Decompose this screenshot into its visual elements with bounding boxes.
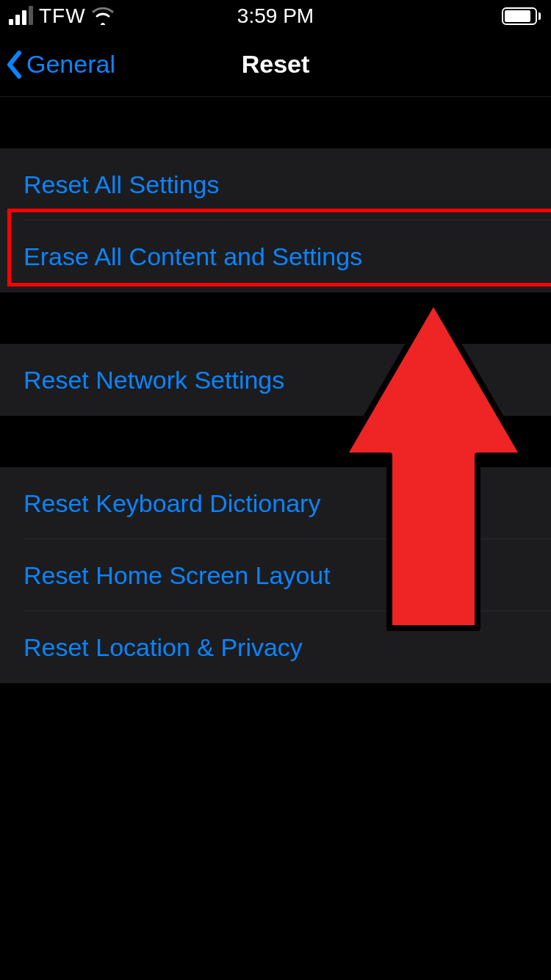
section-spacer bbox=[0, 97, 551, 148]
cell-label: Erase All Content and Settings bbox=[24, 242, 362, 271]
cell-signal-icon bbox=[9, 7, 33, 25]
cell-label: Reset Home Screen Layout bbox=[24, 561, 331, 590]
reset-location-privacy-cell[interactable]: Reset Location & Privacy bbox=[0, 611, 551, 683]
status-bar: TFW 3:59 PM bbox=[0, 0, 551, 32]
erase-all-content-cell[interactable]: Erase All Content and Settings bbox=[0, 220, 551, 292]
cell-label: Reset Keyboard Dictionary bbox=[24, 489, 320, 518]
wifi-icon bbox=[92, 7, 114, 25]
reset-group-2: Reset Network Settings bbox=[0, 344, 551, 416]
carrier-label: TFW bbox=[39, 4, 86, 28]
section-spacer bbox=[0, 292, 551, 344]
battery-icon bbox=[502, 7, 541, 25]
back-button[interactable]: General bbox=[6, 50, 115, 79]
clock: 3:59 PM bbox=[237, 4, 314, 28]
page-title: Reset bbox=[242, 50, 310, 79]
reset-home-screen-cell[interactable]: Reset Home Screen Layout bbox=[0, 539, 551, 611]
reset-group-1: Reset All Settings Erase All Content and… bbox=[0, 148, 551, 292]
status-right bbox=[502, 7, 541, 25]
status-left: TFW bbox=[9, 4, 114, 28]
navigation-bar: General Reset bbox=[0, 32, 551, 97]
cell-label: Reset Network Settings bbox=[24, 366, 284, 394]
cell-label: Reset All Settings bbox=[24, 170, 219, 199]
section-spacer bbox=[0, 416, 551, 467]
ios-settings-reset-screen: TFW 3:59 PM General bbox=[0, 0, 551, 980]
cell-label: Reset Location & Privacy bbox=[24, 633, 303, 662]
reset-all-settings-cell[interactable]: Reset All Settings bbox=[0, 148, 551, 220]
reset-group-3: Reset Keyboard Dictionary Reset Home Scr… bbox=[0, 467, 551, 683]
reset-keyboard-dictionary-cell[interactable]: Reset Keyboard Dictionary bbox=[0, 467, 551, 539]
back-button-label: General bbox=[26, 50, 115, 79]
chevron-left-icon bbox=[6, 51, 22, 79]
reset-network-cell[interactable]: Reset Network Settings bbox=[0, 344, 551, 416]
content-scrollview[interactable]: Reset All Settings Erase All Content and… bbox=[0, 97, 551, 683]
